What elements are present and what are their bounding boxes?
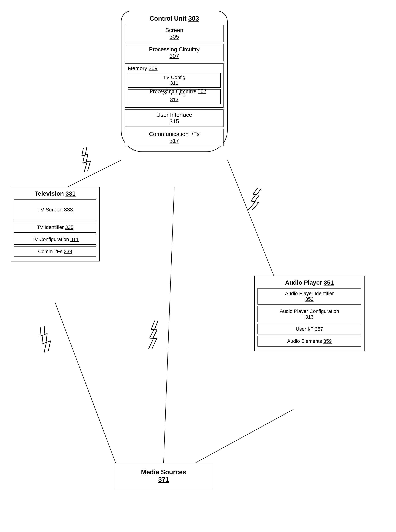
processing-label: Processing Circuitry — [128, 46, 221, 53]
screen-box: Screen 305 — [125, 25, 223, 42]
ui-number: 315 — [128, 118, 221, 125]
comm-box: Communication I/Fs 317 — [125, 129, 223, 146]
tv-screen-label: TV Screen — [37, 207, 63, 213]
control-unit-box: Control Unit 303 Screen 305 Processing C… — [121, 11, 228, 152]
media-sources-number: 371 — [158, 476, 169, 483]
audio-id-number: 353 — [305, 296, 314, 302]
proc-badge-number: 302 — [198, 88, 206, 94]
proc-badge-label: Processing Circuitry — [150, 88, 196, 94]
audio-config-box: Audio Player Configuration 313 — [257, 306, 361, 322]
screen-label: Screen — [128, 27, 221, 33]
ap-config-number: 313 — [170, 97, 179, 102]
memory-box: Memory 309 TV Config 311 AP Config 313 — [125, 63, 223, 108]
tv-screen-box: TV Screen 333 — [14, 199, 96, 220]
svg-line-2 — [163, 187, 174, 463]
comm-label: Communication I/Fs — [128, 131, 221, 137]
audio-player-number: 351 — [324, 279, 334, 286]
television-label: Television — [35, 190, 64, 197]
processing-number: 307 — [128, 53, 221, 59]
control-unit-label: Control Unit — [150, 15, 186, 22]
tv-screen-number: 333 — [64, 207, 73, 213]
audio-elements-label: Audio Elements — [287, 338, 322, 344]
processing-box: Processing Circuitry 307 — [125, 44, 223, 61]
audio-config-label: Audio Player Configuration — [280, 308, 339, 314]
tv-identifier-box: TV Identifier 335 — [14, 222, 96, 233]
memory-text: Memory — [128, 65, 147, 71]
audio-player-box: Audio Player 351 Audio Player Identifier… — [254, 276, 365, 351]
svg-line-4 — [196, 409, 293, 463]
tv-configuration-box: TV Configuration 311 — [14, 234, 96, 245]
comm-number: 317 — [128, 137, 221, 144]
screen-number: 305 — [128, 33, 221, 40]
svg-line-1 — [228, 160, 274, 276]
control-unit-number: 303 — [188, 15, 199, 22]
television-box: Television 331 TV Screen 333 TV Identifi… — [11, 187, 99, 262]
tv-id-number: 335 — [65, 224, 73, 230]
tv-config-number: 311 — [170, 80, 179, 86]
audio-id-box: Audio Player Identifier 353 — [257, 288, 361, 305]
audio-user-if-label: User I/F — [296, 326, 314, 332]
audio-elements-number: 359 — [323, 338, 332, 344]
memory-label: Memory 309 — [128, 65, 221, 71]
svg-line-0 — [68, 160, 121, 187]
audio-id-label: Audio Player Identifier — [285, 291, 334, 296]
memory-number: 309 — [149, 65, 157, 71]
audio-elements-box: Audio Elements 359 — [257, 336, 361, 347]
user-interface-box: User Interface 315 — [125, 109, 223, 127]
media-sources-label: Media Sources — [141, 468, 186, 476]
audio-config-number: 313 — [305, 314, 314, 320]
audio-player-label: Audio Player — [285, 279, 322, 286]
tv-comm-box: Comm I/Fs 339 — [14, 246, 96, 257]
television-number: 331 — [65, 190, 76, 197]
tv-config-num: 311 — [70, 237, 79, 242]
audio-user-if-box: User I/F 357 — [257, 324, 361, 335]
processing-circuitry-badge: Processing Circuitry 302 — [150, 88, 206, 95]
control-unit-title: Control Unit 303 — [125, 15, 223, 22]
tv-config-box: TV Config 311 — [128, 73, 221, 88]
media-sources-title: Media Sources 371 — [118, 468, 210, 484]
tv-comm-number: 339 — [64, 249, 72, 254]
television-title: Television 331 — [14, 190, 96, 197]
audio-player-title: Audio Player 351 — [257, 279, 361, 286]
svg-line-3 — [55, 303, 116, 463]
ui-label: User Interface — [128, 112, 221, 118]
tv-comm-label: Comm I/Fs — [38, 249, 62, 254]
tv-config-label: TV Config — [163, 75, 186, 80]
tv-id-label: TV Identifier — [37, 224, 64, 230]
media-sources-box: Media Sources 371 — [114, 463, 213, 489]
tv-config-text: TV Configuration — [32, 237, 69, 242]
audio-user-if-number: 357 — [315, 326, 323, 332]
